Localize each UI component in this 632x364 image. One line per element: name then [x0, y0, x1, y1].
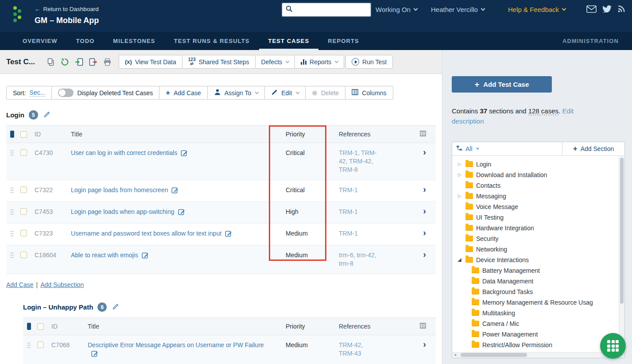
shared-test-steps-button[interactable]: 123⇄ Shared Test Steps — [182, 55, 256, 69]
case-title-link[interactable]: Able to react with emojis — [71, 252, 138, 259]
select-all-bar-icon[interactable] — [27, 323, 31, 330]
open-case-chevron-icon[interactable]: › — [423, 229, 426, 236]
tree-item-power-management[interactable]: Power Management — [472, 329, 618, 340]
help-feedback-dropdown[interactable]: Help & Feedback — [508, 6, 566, 13]
case-title-link[interactable]: Login page loads when app-switching — [71, 208, 174, 215]
add-case-link[interactable]: Add Case — [6, 281, 33, 288]
case-references-link[interactable]: TRM-1, TRM-42, TRM-42, TRM-8 — [339, 166, 380, 173]
return-to-dashboard-link[interactable]: ← Return to Dashboard — [35, 6, 99, 12]
open-case-chevron-icon[interactable]: › — [423, 149, 426, 155]
tree-vertical-scrollbar[interactable] — [619, 156, 624, 352]
tab-overview[interactable]: OVERVIEW — [13, 32, 67, 50]
print-icon[interactable] — [103, 58, 112, 66]
case-references-link[interactable]: TRM-42, TRM-43 — [339, 350, 380, 357]
edit-section-icon[interactable] — [112, 303, 119, 312]
tree-item-voice-message[interactable]: Voice Message — [457, 201, 618, 212]
add-test-case-button[interactable]: + Add Test Case — [452, 76, 552, 93]
columns-button[interactable]: Columns — [345, 86, 393, 100]
case-references-link[interactable]: TRM-1 — [339, 208, 358, 215]
select-all-bar-icon[interactable] — [10, 131, 14, 138]
tree-item-ui-testing[interactable]: UI Testing — [457, 212, 618, 223]
select-all-checkbox[interactable] — [37, 323, 44, 330]
edit-case-icon[interactable] — [225, 230, 232, 239]
tree-collapsed-icon[interactable]: ▷ — [457, 162, 462, 167]
reports-dropdown-button[interactable]: Reports — [295, 55, 344, 69]
delete-button[interactable]: ⊗ Delete — [305, 86, 345, 100]
edit-section-icon[interactable] — [43, 111, 50, 120]
drag-handle-icon[interactable] — [10, 209, 14, 217]
working-on-dropdown[interactable]: Working On — [376, 6, 417, 13]
tree-item-device-interactions[interactable]: ◢Device Interactions — [457, 255, 618, 265]
row-checkbox[interactable] — [20, 149, 27, 156]
tree-item-security[interactable]: Security — [457, 233, 618, 244]
row-checkbox[interactable] — [20, 230, 27, 236]
add-case-button[interactable]: + Add Case — [159, 86, 207, 100]
cases-count-link[interactable]: 128 cases — [528, 107, 558, 115]
drag-handle-icon[interactable] — [10, 150, 14, 159]
testrail-logo-icon[interactable] — [12, 5, 23, 32]
case-title-link[interactable]: Descriptive Error Message Appears on Use… — [88, 341, 264, 349]
table-row[interactable]: C7453 Login page loads when app-switchin… — [6, 202, 436, 224]
apps-fab-button[interactable] — [600, 333, 626, 359]
twitter-icon[interactable] — [602, 4, 612, 14]
tree-item-contacts[interactable]: Contacts — [457, 180, 618, 191]
row-checkbox[interactable] — [20, 186, 27, 193]
open-case-chevron-icon[interactable]: › — [423, 341, 426, 347]
edit-case-icon[interactable] — [142, 252, 149, 261]
defects-dropdown-button[interactable]: Defects — [255, 55, 295, 69]
case-references-link[interactable]: trm-6, trm-42, trm-8 — [339, 260, 380, 267]
tree-collapsed-icon[interactable]: ▷ — [457, 194, 462, 198]
case-title-link[interactable]: Username and password text boxes allow f… — [71, 230, 221, 237]
mail-icon[interactable] — [586, 5, 597, 15]
table-row[interactable]: C7323 Username and password text boxes a… — [6, 224, 436, 245]
tree-item-background-tasks[interactable]: Background Tasks — [472, 287, 618, 297]
scrollbar-thumb[interactable] — [461, 353, 527, 357]
tree-item-download-and-installation[interactable]: ▷Download and Installation — [457, 170, 618, 180]
edit-case-icon[interactable] — [91, 350, 98, 359]
import-file-icon[interactable] — [75, 58, 83, 66]
tree-item-memory-management[interactable]: Memory Management & Resource Usag — [472, 297, 618, 308]
drag-handle-icon[interactable] — [10, 252, 14, 261]
row-checkbox[interactable] — [20, 252, 27, 258]
search-input[interactable] — [295, 6, 364, 13]
tree-item-camera-mic[interactable]: Camera / Mic — [472, 318, 618, 329]
table-row[interactable]: C18604 Able to react with emojis Medium … — [6, 245, 436, 274]
drag-handle-icon[interactable] — [10, 187, 14, 196]
tree-filter-dropdown[interactable]: All — [452, 142, 562, 155]
tab-administration[interactable]: ADMINISTRATION — [562, 32, 619, 50]
row-checkbox[interactable] — [20, 208, 27, 215]
sort-value-link[interactable]: Sec... — [30, 89, 46, 97]
export-file-icon[interactable] — [89, 58, 97, 66]
tree-expanded-icon[interactable]: ◢ — [457, 257, 462, 263]
case-title-link[interactable]: User can log in with correct credentials — [71, 149, 177, 156]
tab-reports[interactable]: REPORTS — [318, 32, 368, 50]
edit-dropdown-button[interactable]: Edit — [264, 86, 306, 100]
tree-item-multitasking[interactable]: Multitasking — [472, 308, 618, 318]
display-deleted-toggle[interactable] — [58, 89, 74, 97]
tree-horizontal-scrollbar[interactable]: ◄ ► — [452, 352, 619, 358]
case-references-link[interactable]: TRM-1 — [339, 230, 358, 237]
tree-item-battery-management[interactable]: Battery Management — [472, 265, 618, 276]
sort-control[interactable]: Sort: Sec... — [6, 86, 52, 100]
drag-handle-icon[interactable] — [27, 342, 31, 351]
scrollbar-thumb[interactable] — [620, 158, 624, 304]
assign-to-dropdown-button[interactable]: Assign To — [207, 86, 265, 100]
case-references-link[interactable]: TRM-1 — [339, 186, 358, 194]
tree-item-data-management[interactable]: Data Management — [472, 276, 618, 287]
tree-item-restrict-allow-permission[interactable]: Restrict/Allow Permission — [472, 340, 618, 350]
add-subsection-link[interactable]: Add Subsection — [40, 281, 84, 288]
open-case-chevron-icon[interactable]: › — [423, 208, 426, 214]
scroll-left-icon[interactable]: ◄ — [452, 353, 458, 357]
row-checkbox[interactable] — [37, 341, 44, 348]
add-section-button[interactable]: + Add Section — [562, 142, 624, 155]
table-row[interactable]: C7322 Login page loads from homescreen C… — [6, 180, 436, 202]
tab-todo[interactable]: TODO — [67, 32, 104, 50]
table-row[interactable]: C4730 User can log in with correct crede… — [6, 143, 436, 180]
tree-item-hardware-integration[interactable]: Hardware Integration — [457, 223, 618, 233]
drag-handle-icon[interactable] — [10, 230, 14, 239]
case-title-link[interactable]: Login page loads from homescreen — [71, 186, 168, 194]
column-settings-icon[interactable] — [420, 131, 426, 138]
edit-case-icon[interactable] — [181, 149, 188, 159]
refresh-green-icon[interactable] — [61, 58, 69, 66]
column-settings-icon[interactable] — [420, 323, 426, 330]
